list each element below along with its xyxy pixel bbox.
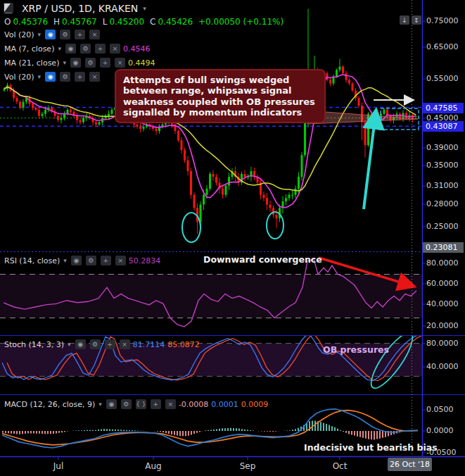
- add-icon[interactable]: +: [75, 30, 85, 39]
- macd-hist-value: -0.0008: [179, 400, 208, 409]
- gear-icon[interactable]: ⚙: [85, 58, 96, 68]
- legend-ma7[interactable]: MA (7, close) ▾ ◉ ⚙ + × 0.4546: [4, 43, 150, 54]
- trading-chart-window: − XRP / USD, 1D, KRAKEN ▾ O 0.45376 H 0.…: [0, 0, 465, 476]
- annotation-indecisive: Indecisive but bearish bias: [304, 442, 438, 453]
- macd-tick: 0.0000: [426, 426, 454, 435]
- add-icon[interactable]: +: [101, 256, 111, 265]
- chevron-down-icon: ▾: [63, 257, 67, 264]
- circle-sep-low: [267, 212, 284, 239]
- price-tick: 0.39000: [426, 143, 459, 152]
- close-label: C: [150, 17, 155, 27]
- legend-macd[interactable]: MACD (12, 26, close, 9) ▾ ◉ ⚙ { } + × -0…: [4, 399, 268, 410]
- symbol-title[interactable]: XRP / USD, 1D, KRAKEN: [22, 3, 138, 14]
- chevron-down-icon: ▾: [38, 31, 42, 38]
- stoch-tick: 80.0000: [426, 339, 459, 348]
- open-label: O: [4, 17, 11, 27]
- legend-rsi[interactable]: RSI (14, close) ▾ ◉ ⚙ + × 50.2834: [4, 255, 160, 266]
- price-tick: 0.25000: [426, 222, 459, 231]
- rsi-panel: [0, 258, 422, 327]
- eye-icon[interactable]: ◉: [75, 339, 86, 349]
- high-label: H: [53, 17, 60, 27]
- gear-icon[interactable]: ⚙: [121, 399, 132, 409]
- gear-icon[interactable]: ⚙: [86, 256, 96, 265]
- price-tick: 0.35000: [426, 161, 459, 170]
- gear-icon[interactable]: ⚙: [90, 339, 101, 349]
- eye-icon[interactable]: ◉: [71, 256, 82, 265]
- month-label: Aug: [145, 461, 161, 471]
- close-icon[interactable]: ×: [115, 58, 125, 68]
- macd-signal-line: [2, 411, 418, 445]
- legend-volume-1[interactable]: Vol (20) ▾ ◉ ⚙ + ×: [4, 29, 100, 40]
- chevron-down-icon: ▾: [68, 341, 71, 348]
- close-icon[interactable]: ×: [110, 44, 120, 54]
- circle-aug-low: [182, 213, 200, 242]
- add-icon[interactable]: +: [105, 339, 115, 349]
- high-value: 0.45767: [62, 17, 97, 27]
- eye-icon[interactable]: ◉: [45, 30, 56, 39]
- rsi-tick: 60.0000: [426, 279, 459, 288]
- rsi-value: 50.2834: [129, 256, 161, 265]
- eye-icon[interactable]: ◉: [65, 44, 76, 54]
- rsi-tick: 80.0000: [426, 258, 459, 268]
- crosshair-date-label: 26 Oct '18: [388, 458, 432, 471]
- add-icon[interactable]: +: [95, 44, 106, 54]
- open-value: 0.45376: [13, 17, 48, 27]
- add-icon[interactable]: +: [151, 399, 161, 409]
- analysis-note-box: Attempts of bull swings wedged between r…: [115, 69, 326, 123]
- change-value: +0.00050 (+0.11%): [198, 17, 284, 27]
- stoch-tick: 40.0000: [426, 362, 459, 371]
- macd-tick: 0.0500: [426, 405, 454, 414]
- close-icon[interactable]: ×: [165, 399, 176, 409]
- chevron-down-icon: ▾: [63, 59, 66, 66]
- close-icon[interactable]: ×: [120, 339, 130, 349]
- macd-signal-value: 0.0009: [241, 400, 269, 409]
- eye-icon[interactable]: ◉: [106, 399, 117, 409]
- rsi-tick: 20.0000: [426, 321, 459, 330]
- price-label-resistance: 0.47585: [423, 103, 464, 113]
- add-icon[interactable]: +: [100, 58, 110, 68]
- price-label-bottom: 0.23081: [423, 242, 464, 253]
- scale-arrow-updown-icon[interactable]: ↕: [412, 15, 421, 25]
- price-tick: 0.65000: [426, 42, 459, 51]
- ma7-value: 0.4546: [123, 44, 151, 54]
- eye-icon[interactable]: ◉: [45, 72, 56, 82]
- chevron-down-icon: ▾: [58, 45, 61, 52]
- annotation-downward-convergence: Downward convergence: [203, 254, 322, 265]
- price-tick: 0.31000: [426, 181, 459, 190]
- month-label: Jul: [53, 461, 63, 471]
- macd-line-value: 0.0001: [211, 400, 238, 409]
- chevron-down-icon: ▾: [98, 401, 102, 408]
- stoch-d-value: 85.0872: [167, 340, 200, 349]
- chevron-down-icon: ▾: [38, 73, 42, 80]
- legend-stoch[interactable]: Stoch (14, 3, 3) ▾ ◉ ⚙ + × 81.7114 85.08…: [4, 339, 200, 350]
- gear-icon[interactable]: ⚙: [60, 72, 70, 82]
- chevron-down-icon: ▾: [143, 5, 146, 12]
- close-icon[interactable]: ×: [89, 30, 100, 39]
- annotation-ob-pressures: OB pressures: [323, 344, 389, 355]
- rsi-tick: 40.0000: [426, 299, 459, 308]
- ohlc-row: O 0.45376 H 0.45767 L 0.45200 C 0.45426 …: [4, 17, 284, 27]
- stoch-k-value: 81.7114: [133, 340, 165, 349]
- price-label-support: 0.43087: [423, 121, 464, 132]
- price-tick: 0.28000: [426, 199, 459, 208]
- price-tick: 0.55000: [426, 74, 459, 83]
- braces-icon[interactable]: { }: [136, 399, 146, 409]
- legend-ma21[interactable]: MA (21, close) ▾ ◉ ⚙ + × 0.4494: [4, 57, 155, 68]
- legend-volume-2[interactable]: Vol (20) ▾ ◉ ⚙ + ×: [4, 71, 100, 82]
- close-icon[interactable]: ×: [89, 72, 100, 82]
- scale-arrow-down-icon[interactable]: ↓: [400, 15, 409, 25]
- gear-icon[interactable]: ⚙: [60, 30, 70, 39]
- ma21-value: 0.4494: [128, 58, 155, 68]
- month-label: Sep: [240, 461, 256, 471]
- low-value: 0.45200: [109, 17, 144, 27]
- add-icon[interactable]: +: [75, 72, 85, 82]
- month-label: Oct: [333, 461, 348, 471]
- gear-icon[interactable]: ⚙: [80, 44, 91, 54]
- low-label: L: [103, 17, 108, 27]
- close-value: 0.45426: [158, 17, 193, 27]
- close-icon[interactable]: ×: [115, 256, 126, 265]
- price-tick: 0.75000: [426, 16, 459, 25]
- symbol-header[interactable]: − XRP / USD, 1D, KRAKEN ▾: [4, 3, 146, 14]
- stoch-panel: [0, 327, 423, 393]
- eye-icon[interactable]: ◉: [70, 58, 81, 68]
